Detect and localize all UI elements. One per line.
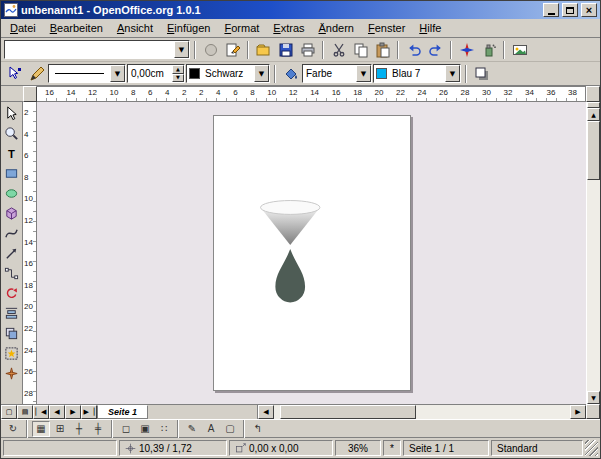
line-color-value[interactable]: Schwarz (202, 65, 254, 82)
insert-tool-button[interactable] (2, 344, 22, 363)
scrollbar-top-button[interactable] (586, 86, 600, 102)
shadow-toggle-button[interactable] (471, 64, 492, 84)
titlebar[interactable]: unbenannt1 - OpenOffice.org 1.0.1 × (1, 1, 600, 19)
close-button[interactable]: × (581, 3, 597, 17)
scroll-up-arrow-icon[interactable]: ▲ (587, 108, 600, 121)
minimize-button[interactable] (543, 3, 559, 17)
url-dropdown-arrow-icon[interactable]: ▼ (174, 41, 189, 58)
save-button[interactable] (275, 40, 296, 60)
menu-item[interactable]: Ändern (312, 20, 361, 36)
resize-grip[interactable] (585, 440, 598, 456)
rotation-mode-button[interactable]: ↻ (4, 421, 22, 437)
page-tab[interactable]: Seite 1 (97, 405, 148, 419)
copy-button[interactable] (350, 40, 371, 60)
page-view-button[interactable]: ▢ (1, 405, 17, 419)
area-dialog-button[interactable] (280, 64, 301, 84)
spin-up-icon[interactable]: ▲ (172, 65, 184, 74)
page-style-cell[interactable]: Standard (491, 440, 583, 456)
menu-item[interactable]: Hilfe (412, 20, 448, 36)
edit-points-button[interactable] (4, 64, 25, 84)
line-style-dropdown-arrow-icon[interactable]: ▼ (110, 65, 125, 82)
spin-down-icon[interactable]: ▼ (172, 74, 184, 83)
line-color-dropdown-arrow-icon[interactable]: ▼ (254, 65, 269, 82)
print-button[interactable] (297, 40, 318, 60)
curve-tool-button[interactable] (2, 224, 22, 243)
text-tool-button[interactable]: T (2, 144, 22, 163)
vertical-scrollbar[interactable]: ▲ ▼ (586, 102, 600, 404)
menu-item[interactable]: Fenster (361, 20, 412, 36)
gallery-button[interactable] (509, 40, 530, 60)
navigator-button[interactable] (456, 40, 477, 60)
line-width-stepper[interactable]: 0,00cm ▲ ▼ (127, 64, 185, 83)
vertical-scroll-track[interactable] (587, 121, 600, 391)
effects-tool-button[interactable] (2, 364, 22, 383)
fill-color-value[interactable]: Blau 7 (389, 65, 445, 82)
snap-to-grid-button[interactable]: ⊞ (51, 421, 69, 437)
scroll-right-arrow-icon[interactable]: ▶ (570, 405, 586, 419)
snap-to-object-points-button[interactable]: ∷ (155, 421, 173, 437)
layer-view-button[interactable]: ▤ (17, 405, 33, 419)
last-page-tab-button[interactable]: ▶▕ (81, 405, 97, 419)
rectangle-tool-button[interactable] (2, 164, 22, 183)
menu-item[interactable]: Bearbeiten (43, 20, 110, 36)
fill-style-combobox[interactable]: Farbe ▼ (302, 64, 372, 83)
line-dialog-button[interactable] (26, 64, 47, 84)
select-tool-button[interactable] (2, 104, 22, 123)
snap-to-object-border-button[interactable]: ▣ (136, 421, 154, 437)
first-page-tab-button[interactable]: ▏◀ (33, 405, 49, 419)
connector-tool-button[interactable] (2, 264, 22, 283)
double-click-to-edit-button[interactable]: ▢ (221, 421, 239, 437)
horizontal-ruler[interactable]: 1614121086422468101214161820222426283032… (37, 86, 586, 102)
snap-to-guides-button[interactable]: ╪ (89, 421, 107, 437)
edit-file-button[interactable] (222, 40, 243, 60)
fill-style-dropdown-arrow-icon[interactable]: ▼ (356, 65, 371, 82)
snap-to-margins-button[interactable]: ◻ (117, 421, 135, 437)
cut-button[interactable] (328, 40, 349, 60)
fill-style-value[interactable]: Farbe (303, 65, 356, 82)
vertical-scroll-thumb[interactable] (587, 121, 600, 180)
line-color-combobox[interactable]: Schwarz ▼ (186, 64, 270, 83)
menu-item[interactable]: Format (217, 20, 266, 36)
menu-item[interactable]: Einfügen (160, 20, 217, 36)
url-combobox[interactable]: ▼ (4, 40, 190, 59)
redo-button[interactable] (425, 40, 446, 60)
objects-3d-tool-button[interactable] (2, 204, 22, 223)
cone-rim-shape[interactable] (260, 201, 319, 215)
menu-item[interactable]: Datei (3, 20, 43, 36)
fill-color-dropdown-arrow-icon[interactable]: ▼ (445, 65, 460, 82)
alignment-tool-button[interactable] (2, 304, 22, 323)
arrange-tool-button[interactable] (2, 324, 22, 343)
scroll-left-arrow-icon[interactable]: ◀ (258, 405, 274, 419)
page[interactable] (213, 115, 411, 391)
horizontal-scroll-track[interactable] (274, 405, 570, 419)
stop-button[interactable] (200, 40, 221, 60)
fill-color-combobox[interactable]: Blau 7 ▼ (373, 64, 461, 83)
rotate-tool-button[interactable] (2, 284, 22, 303)
line-style-combobox[interactable]: ▼ (48, 64, 126, 83)
maximize-button[interactable] (562, 3, 578, 17)
select-text-area-button[interactable]: A (202, 421, 220, 437)
zoom-tool-button[interactable] (2, 124, 22, 143)
drawing-canvas[interactable] (37, 102, 586, 404)
previous-page-tab-button[interactable]: ◀ (49, 405, 65, 419)
stylist-button[interactable] (478, 40, 499, 60)
drop-shape[interactable] (275, 249, 305, 302)
line-width-value[interactable]: 0,00cm (128, 65, 172, 82)
next-page-tab-button[interactable]: ▶ (65, 405, 81, 419)
show-guides-button[interactable]: ┼ (70, 421, 88, 437)
url-field[interactable] (5, 41, 174, 58)
ellipse-tool-button[interactable] (2, 184, 22, 203)
zoom-level-cell[interactable]: 36% (335, 440, 381, 456)
menu-item[interactable]: Extras (266, 20, 311, 36)
exit-all-groups-button[interactable]: ↰ (249, 421, 267, 437)
paste-button[interactable] (372, 40, 393, 60)
open-button[interactable] (253, 40, 274, 60)
scroll-down-arrow-icon[interactable]: ▼ (587, 391, 600, 404)
menu-item[interactable]: Ansicht (110, 20, 160, 36)
horizontal-scroll-thumb[interactable] (280, 405, 416, 419)
lines-arrows-tool-button[interactable] (2, 244, 22, 263)
ruler-origin-button[interactable] (23, 86, 37, 102)
show-grid-button[interactable]: ▦ (32, 421, 50, 437)
vertical-ruler[interactable]: 246810121416182022242628 (23, 102, 37, 404)
quick-edit-button[interactable]: ✎ (183, 421, 201, 437)
